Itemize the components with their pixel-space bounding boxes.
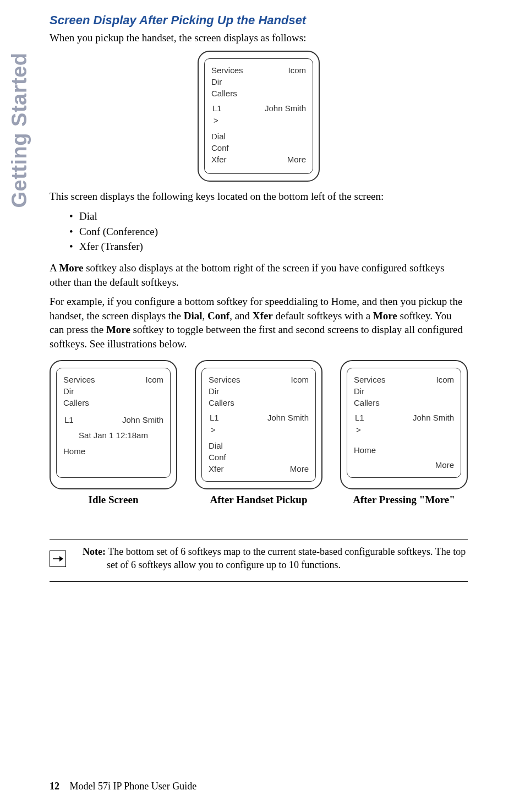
bullet-list: Dial Conf (Conference) Xfer (Transfer)	[72, 209, 468, 254]
more-dir: Dir	[354, 385, 454, 397]
pickup-conf: Conf	[209, 451, 309, 463]
label-john-smith: John Smith	[265, 102, 306, 115]
phone-idle-inner: Services Icom Dir Callers L1 John Smith …	[56, 368, 171, 478]
bullet-xfer: Xfer (Transfer)	[72, 239, 468, 254]
label-callers: Callers	[211, 88, 306, 99]
label-l1: L1	[211, 102, 222, 115]
more-home: Home	[354, 444, 454, 456]
trio-labels: Idle Screen After Handset Pickup After P…	[50, 494, 468, 506]
t: A	[50, 262, 59, 274]
idle-callers: Callers	[63, 397, 163, 408]
phone-inner-main: Services Icom Dir Callers L1 John Smith …	[204, 58, 313, 174]
idle-l1: L1	[63, 414, 74, 427]
label-conf: Conf	[211, 142, 306, 154]
label-dir: Dir	[211, 76, 306, 88]
label-after-more: After Pressing "More"	[340, 494, 468, 506]
label-xfer: Xfer	[211, 154, 227, 165]
more-gt: >	[354, 424, 454, 437]
more-more: More	[435, 459, 454, 471]
pickup-l1: L1	[209, 412, 219, 424]
bold-more2: More	[373, 310, 397, 321]
phone-screen-main: Services Icom Dir Callers L1 John Smith …	[198, 51, 320, 182]
t4: ,	[203, 310, 208, 321]
label-more: More	[287, 154, 306, 165]
note-text: Note: The bottom set of 6 softkeys map t…	[83, 545, 468, 572]
label-services: Services	[211, 64, 243, 76]
pickup-gt: >	[209, 424, 309, 437]
pickup-right: John Smith	[267, 412, 309, 424]
more-services: Services	[354, 374, 386, 385]
keys-intro: This screen displays the following keys …	[50, 189, 468, 204]
more-l1: L1	[354, 412, 364, 424]
idle-date: Sat Jan 1 12:18am	[63, 429, 163, 442]
page-footer: 12 Model 57i IP Phone User Guide	[50, 781, 196, 792]
t2: softkey also displays at the bottom righ…	[50, 262, 444, 288]
bullet-dial: Dial	[72, 209, 468, 224]
bullet-conf: Conf (Conference)	[72, 224, 468, 239]
idle-home: Home	[63, 445, 163, 457]
footer-title: Model 57i IP Phone User Guide	[70, 781, 197, 792]
label-icom: Icom	[288, 64, 306, 76]
bold-dial: Dial	[184, 310, 203, 321]
arrow-right-icon	[50, 551, 66, 567]
side-tab: Getting Started	[7, 14, 33, 246]
page-number: 12	[50, 781, 59, 792]
phone-more-inner: Services Icom Dir Callers L1 John Smith …	[347, 368, 461, 478]
main-screen-wrap: Services Icom Dir Callers L1 John Smith …	[50, 51, 468, 182]
pickup-dial: Dial	[209, 440, 309, 451]
phone-more: Services Icom Dir Callers L1 John Smith …	[340, 360, 468, 489]
pickup-callers: Callers	[209, 397, 309, 408]
bold-conf: Conf	[207, 310, 229, 321]
side-tab-text: Getting Started	[8, 52, 32, 208]
pickup-services: Services	[209, 374, 240, 385]
para-more-softkey: A More softkey also displays at the bott…	[50, 261, 468, 289]
svg-marker-1	[59, 556, 63, 562]
intro-text: When you pickup the handset, the screen …	[50, 31, 468, 45]
idle-right: John Smith	[122, 414, 163, 427]
bold-more3: More	[106, 324, 130, 335]
idle-dir: Dir	[63, 385, 163, 397]
bold-xfer: Xfer	[253, 310, 273, 321]
phone-pickup-inner: Services Icom Dir Callers L1 John Smith …	[201, 368, 316, 482]
label-gt: >	[211, 115, 306, 127]
phone-pickup: Services Icom Dir Callers L1 John Smith …	[195, 360, 322, 489]
label-after-pickup: After Handset Pickup	[195, 494, 322, 506]
pickup-dir: Dir	[209, 385, 309, 397]
idle-services: Services	[63, 374, 95, 385]
pickup-xfer: Xfer	[209, 463, 224, 475]
label-dial: Dial	[211, 130, 306, 142]
pickup-icom: Icom	[291, 374, 309, 385]
note-label: Note:	[83, 546, 106, 557]
section-title: Screen Display After Picking Up the Hand…	[50, 13, 468, 28]
idle-icom: Icom	[145, 374, 163, 385]
para-example: For example, if you configure a bottom s…	[50, 295, 468, 351]
note-block: Note: The bottom set of 6 softkeys map t…	[50, 539, 468, 582]
more-callers: Callers	[354, 397, 454, 408]
label-idle-screen: Idle Screen	[50, 494, 177, 506]
trio-screens: Services Icom Dir Callers L1 John Smith …	[50, 360, 468, 489]
page-content: Screen Display After Picking Up the Hand…	[50, 13, 468, 582]
pickup-more: More	[290, 463, 309, 475]
note-body: The bottom set of 6 softkeys map to the …	[106, 546, 466, 570]
bold-more: More	[59, 262, 83, 274]
more-right: John Smith	[413, 412, 454, 424]
t6: default softkeys with a	[273, 310, 373, 321]
t5: , and	[229, 310, 253, 321]
more-icom: Icom	[436, 374, 454, 385]
phone-idle: Services Icom Dir Callers L1 John Smith …	[50, 360, 177, 489]
